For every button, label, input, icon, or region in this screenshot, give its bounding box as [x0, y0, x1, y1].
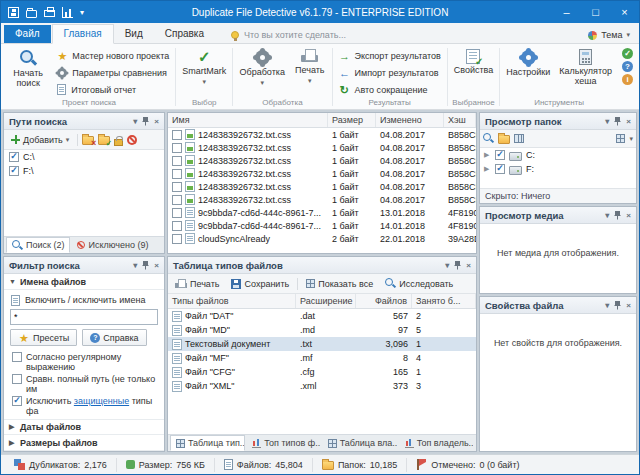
- chevron-down-icon[interactable]: ▾: [629, 135, 633, 143]
- options-button[interactable]: Настройки: [502, 47, 554, 98]
- protected-types-link[interactable]: защищенные: [74, 396, 129, 406]
- section-file-names[interactable]: ▼ Имена файлов: [4, 274, 164, 290]
- import-results-button[interactable]: ← Импорт результатов: [334, 65, 444, 80]
- drive-checkbox[interactable]: [495, 164, 505, 174]
- name-pattern-input[interactable]: [10, 309, 158, 325]
- table-row[interactable]: 1248383926732.txt.css1 байт04.08.2017B85…: [168, 154, 476, 167]
- panel-menu-icon[interactable]: ▾: [133, 117, 137, 126]
- exclude-icon[interactable]: [127, 135, 137, 145]
- table-row[interactable]: Файл "MD".md975: [168, 323, 476, 337]
- full-path-checkbox-row[interactable]: Сравн. полный путь (не только им: [10, 373, 158, 395]
- report-icon[interactable]: [62, 7, 73, 18]
- close-icon[interactable]: ×: [626, 211, 631, 220]
- find-icon[interactable]: [483, 133, 494, 144]
- process-button[interactable]: Обработка ▾: [235, 47, 289, 98]
- presets-button[interactable]: ★ Пресеты: [10, 329, 77, 346]
- verify-paths-icon[interactable]: [98, 136, 110, 145]
- panel-menu-icon[interactable]: ▾: [605, 117, 609, 126]
- chevron-right-icon[interactable]: ▶: [484, 151, 491, 159]
- properties-button[interactable]: Свойства: [450, 47, 498, 98]
- pin-icon[interactable]: [614, 301, 621, 310]
- folder-icon[interactable]: [498, 135, 510, 144]
- column-header-size[interactable]: Размер: [328, 113, 376, 127]
- table-row[interactable]: 1248383926732.txt.css1 байт04.08.2017B85…: [168, 193, 476, 206]
- column-header-files[interactable]: Файлов: [356, 294, 412, 308]
- help-icon[interactable]: ?: [622, 61, 633, 72]
- table-row[interactable]: 9c9bbda7-cd6d-444c-8961-7...1 байт14.01.…: [168, 219, 476, 232]
- tell-me-search[interactable]: Что вы хотите сделать...: [231, 30, 346, 40]
- types-save-button[interactable]: Сохранить: [227, 278, 293, 290]
- theme-dropdown[interactable]: Тема ▾: [588, 30, 630, 40]
- columns-icon[interactable]: [514, 134, 524, 143]
- tab-file[interactable]: Файл: [4, 25, 51, 43]
- path-checkbox[interactable]: [9, 166, 19, 176]
- row-checkbox[interactable]: [172, 221, 182, 231]
- table-row[interactable]: 1248383926732.txt.css1 байт04.08.2017B85…: [168, 180, 476, 193]
- row-checkbox[interactable]: [172, 182, 182, 192]
- print-icon[interactable]: [44, 10, 55, 17]
- panel-menu-icon[interactable]: ▾: [133, 261, 137, 270]
- drive-row[interactable]: ▶ F:: [480, 162, 636, 176]
- drive-row[interactable]: ▶ C:: [480, 148, 636, 162]
- close-icon[interactable]: ×: [626, 117, 631, 126]
- close-icon[interactable]: ×: [154, 117, 159, 126]
- filter-help-button[interactable]: ? Справка: [82, 329, 146, 346]
- print-button[interactable]: Печать ▾: [290, 47, 330, 98]
- new-project-wizard-button[interactable]: ★ Мастер нового проекта: [52, 48, 173, 63]
- pin-icon[interactable]: [142, 261, 149, 270]
- row-checkbox[interactable]: [172, 195, 182, 205]
- tab-top-owners[interactable]: Топ владель...: [399, 435, 474, 451]
- column-header-hash[interactable]: Хэш: [444, 113, 476, 127]
- tab-excluded-paths[interactable]: Исключено (9): [71, 237, 154, 253]
- table-row[interactable]: Файл "MF".mf84: [168, 351, 476, 365]
- table-row[interactable]: Файл "XML".xml3733: [168, 379, 476, 393]
- close-icon[interactable]: ×: [466, 261, 471, 270]
- view-options-icon[interactable]: [616, 134, 625, 143]
- close-button[interactable]: ×: [610, 1, 639, 23]
- panel-menu-icon[interactable]: ▾: [605, 301, 609, 310]
- pin-icon[interactable]: [454, 261, 461, 270]
- hash-calculator-button[interactable]: Калькулятор хеша: [555, 47, 616, 98]
- table-row[interactable]: 1248383926732.txt.css1 байт04.08.2017B85…: [168, 141, 476, 154]
- checkbox[interactable]: [12, 374, 22, 384]
- table-row[interactable]: 1248383926732.txt.css1 байт04.08.2017B85…: [168, 128, 476, 141]
- save-icon[interactable]: [8, 7, 19, 18]
- qat-dropdown-icon[interactable]: ▾: [80, 8, 84, 17]
- row-checkbox[interactable]: [172, 143, 182, 153]
- table-row[interactable]: cloudSyncAlready2 байт22.01.201839A28D: [168, 232, 476, 245]
- minimize-button[interactable]: –: [552, 1, 581, 23]
- column-header-bytes[interactable]: Занято б...: [412, 294, 476, 308]
- close-icon[interactable]: ×: [154, 261, 159, 270]
- row-checkbox[interactable]: [172, 130, 182, 140]
- checkbox[interactable]: [12, 352, 22, 362]
- column-header-name[interactable]: Имя: [168, 113, 328, 127]
- column-header-extension[interactable]: Расширение: [296, 294, 356, 308]
- show-all-button[interactable]: Показать все: [302, 278, 377, 290]
- regex-checkbox-row[interactable]: Согласно регулярному выражению: [10, 351, 158, 373]
- remove-path-icon[interactable]: [82, 136, 94, 145]
- path-row[interactable]: C:\: [4, 150, 164, 164]
- tab-top-types[interactable]: Топ типов ф...: [246, 435, 320, 451]
- pin-icon[interactable]: [614, 211, 621, 220]
- drive-checkbox[interactable]: [495, 150, 505, 160]
- tab-owners-table[interactable]: Таблица вла...: [322, 435, 398, 451]
- path-checkbox[interactable]: [9, 152, 19, 162]
- row-checkbox[interactable]: [172, 234, 182, 244]
- tab-help[interactable]: Справка: [154, 25, 215, 43]
- tab-home[interactable]: Главная: [52, 24, 114, 44]
- section-file-sizes[interactable]: ▶ Размеры файлов: [4, 435, 164, 451]
- row-checkbox[interactable]: [172, 169, 182, 179]
- column-header-type[interactable]: Типы файлов: [168, 294, 296, 308]
- column-header-modified[interactable]: Изменено: [376, 113, 444, 127]
- row-checkbox[interactable]: [172, 208, 182, 218]
- pin-icon[interactable]: [614, 117, 621, 126]
- tab-types-table[interactable]: Таблица тип...: [170, 435, 245, 451]
- table-row[interactable]: Текстовый документ.txt3,0961: [168, 337, 476, 351]
- chevron-right-icon[interactable]: ▶: [484, 165, 491, 173]
- table-row[interactable]: Файл "CFG".cfg1651: [168, 365, 476, 379]
- types-print-button[interactable]: Печать: [171, 278, 223, 290]
- summary-report-button[interactable]: Итоговый отчет: [52, 82, 173, 97]
- explore-button[interactable]: Исследовать: [381, 277, 457, 290]
- tab-view[interactable]: Вид: [114, 25, 154, 43]
- table-row[interactable]: 1248383926732.txt.css1 байт04.08.2017B85…: [168, 167, 476, 180]
